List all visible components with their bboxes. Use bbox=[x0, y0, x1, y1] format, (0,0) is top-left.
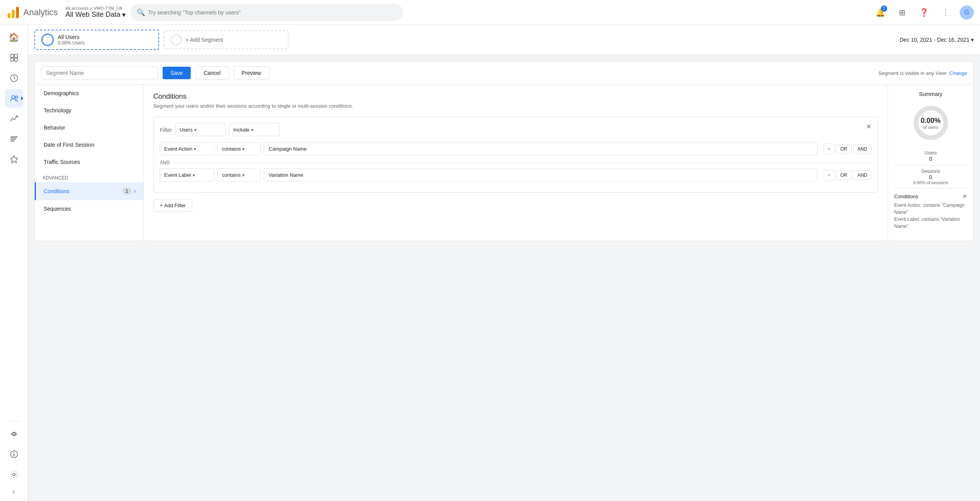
conditions-nav-badges: 1 › bbox=[122, 188, 136, 195]
sidebar-item-audience[interactable] bbox=[5, 89, 23, 108]
current-view-selector[interactable]: All Web Site Data ▾ bbox=[66, 11, 126, 19]
dimension-1-select[interactable]: Event Action ▾ bbox=[160, 142, 214, 155]
svg-rect-19 bbox=[14, 454, 14, 457]
donut-pct-label: of users bbox=[921, 125, 941, 130]
dashboard-icon bbox=[10, 53, 18, 62]
filter-row-1-or-button[interactable]: OR bbox=[836, 144, 852, 154]
change-visibility-link[interactable]: Change bbox=[949, 70, 967, 76]
save-button[interactable]: Save bbox=[163, 67, 191, 79]
visibility-description: Segment is visible in any View bbox=[878, 70, 946, 76]
sessions-stat-label: Sessions bbox=[894, 169, 967, 174]
summary-title: Summary bbox=[894, 91, 967, 97]
left-nav-item-behavior[interactable]: Behavior bbox=[35, 119, 144, 136]
segment-pill-text: All Users 0.00% Users bbox=[58, 34, 85, 46]
left-nav-item-demographics[interactable]: Demographics bbox=[35, 85, 144, 102]
sidebar-item-segments[interactable] bbox=[5, 425, 23, 443]
notifications-button[interactable]: 🔔 3 bbox=[872, 5, 888, 20]
remove-filter-row-2-button[interactable]: − bbox=[824, 170, 835, 181]
more-options-button[interactable]: ⋮ bbox=[938, 5, 953, 20]
filter-mode-chevron-icon: ▾ bbox=[251, 127, 253, 133]
filter-mode-select[interactable]: Include ▾ bbox=[229, 123, 280, 136]
and-connector-label: AND bbox=[160, 160, 170, 165]
filter-row-2-and-button[interactable]: AND bbox=[853, 171, 872, 180]
dimension-2-chevron-icon: ▾ bbox=[193, 172, 195, 178]
conditions-panel: Conditions Segment your users and/or the… bbox=[144, 85, 888, 241]
add-segment-button[interactable]: + Add Segment bbox=[164, 30, 289, 49]
svg-marker-15 bbox=[11, 156, 18, 163]
nav-icons: 🔔 3 ⊞ ❓ ⋮ G bbox=[872, 5, 974, 20]
and-divider: AND bbox=[160, 160, 872, 165]
dimension-2-select[interactable]: Event Label ▾ bbox=[160, 169, 214, 181]
remove-filter-row-1-button[interactable]: − bbox=[824, 144, 835, 155]
svg-rect-2 bbox=[16, 7, 19, 18]
dimension-1-value: Event Action bbox=[164, 146, 192, 152]
ga-logo-icon bbox=[6, 5, 20, 20]
sidebar-item-settings[interactable] bbox=[5, 465, 23, 484]
sidebar-item-behavior[interactable] bbox=[5, 130, 23, 148]
brand-logo-area[interactable]: Analytics bbox=[6, 5, 58, 20]
segment-bar: All Users 0.00% Users + Add Segment Dec … bbox=[28, 25, 980, 55]
date-range-selector[interactable]: Dec 10, 2021 - Dec 16, 2021 ▾ bbox=[900, 37, 974, 43]
breadcrumb-parent: All accounts > VWO-TTM_UA bbox=[66, 6, 126, 11]
left-nav-item-technology[interactable]: Technology bbox=[35, 102, 144, 119]
collapse-sidebar-button[interactable]: ‹ bbox=[5, 485, 23, 498]
svg-rect-12 bbox=[11, 137, 18, 138]
conversions-icon bbox=[10, 155, 18, 163]
close-filter-button[interactable]: ✕ bbox=[864, 122, 873, 131]
help-button[interactable]: ❓ bbox=[916, 5, 932, 20]
filter-type-select[interactable]: Users ▾ bbox=[175, 123, 226, 136]
summary-conditions-close-button[interactable]: ✕ bbox=[962, 193, 967, 199]
left-nav-item-conditions[interactable]: Conditions 1 › bbox=[35, 182, 144, 200]
dimension-1-chevron-icon: ▾ bbox=[194, 146, 196, 152]
segment-name-label: All Users bbox=[58, 34, 85, 40]
date-range-arrow-icon: ▾ bbox=[971, 37, 974, 43]
segment-pct-label: 0.00% Users bbox=[58, 40, 85, 46]
svg-rect-5 bbox=[11, 58, 14, 61]
visibility-text: Segment is visible in any View Change bbox=[878, 70, 967, 76]
filter-row-1-and-button[interactable]: AND bbox=[853, 144, 872, 154]
search-input[interactable] bbox=[148, 9, 397, 16]
search-bar[interactable]: 🔍 bbox=[130, 4, 403, 21]
svg-rect-0 bbox=[8, 13, 11, 18]
add-filter-button[interactable]: + Add Filter bbox=[153, 199, 192, 212]
breadcrumb: All accounts > VWO-TTM_UA All Web Site D… bbox=[66, 6, 126, 19]
operator-2-chevron-icon: ▾ bbox=[242, 172, 245, 178]
left-nav-item-sequences[interactable]: Sequences bbox=[35, 200, 144, 217]
filter-value-1-input[interactable] bbox=[264, 142, 817, 155]
avatar[interactable]: G bbox=[960, 5, 974, 20]
filter-row-2: Event Label ▾ contains ▾ − bbox=[160, 169, 872, 181]
summary-conditions-label: Conditions bbox=[894, 194, 918, 199]
conditions-arrow-icon: › bbox=[134, 188, 136, 195]
segment-name-input[interactable] bbox=[41, 66, 158, 80]
sidebar-item-acquisition[interactable] bbox=[5, 109, 23, 128]
content-area: All Users 0.00% Users + Add Segment Dec … bbox=[28, 25, 980, 501]
left-nav-item-date-of-first-session[interactable]: Date of First Session bbox=[35, 136, 144, 153]
preview-button[interactable]: Preview bbox=[234, 66, 269, 80]
operator-2-select[interactable]: contains ▾ bbox=[218, 169, 261, 181]
operator-1-value: contains bbox=[222, 146, 241, 152]
sidebar-item-conversions[interactable] bbox=[5, 150, 23, 169]
users-stat-value: 0 bbox=[894, 156, 967, 162]
acquisition-icon bbox=[10, 114, 18, 123]
sidebar-item-dashboard[interactable] bbox=[5, 48, 23, 67]
filter-row-2-or-button[interactable]: OR bbox=[836, 171, 852, 180]
search-icon: 🔍 bbox=[136, 8, 145, 17]
sidebar-item-reports[interactable] bbox=[5, 69, 23, 87]
operator-1-select[interactable]: contains ▾ bbox=[218, 142, 261, 155]
sessions-stat-value: 0 bbox=[894, 174, 967, 180]
sidebar-item-discover[interactable] bbox=[5, 445, 23, 464]
current-view-label: All Web Site Data bbox=[66, 11, 121, 19]
apps-button[interactable]: ⊞ bbox=[894, 5, 910, 20]
cancel-button[interactable]: Cancel bbox=[195, 66, 229, 80]
summary-users-stat: Users 0 bbox=[894, 147, 967, 165]
sidebar-item-home[interactable]: 🏠 bbox=[5, 28, 23, 47]
main-layout: 🏠 bbox=[0, 25, 980, 501]
all-users-segment[interactable]: All Users 0.00% Users bbox=[34, 30, 159, 50]
svg-point-20 bbox=[13, 473, 15, 476]
left-nav-item-traffic-sources[interactable]: Traffic Sources bbox=[35, 153, 144, 171]
left-nav: Demographics Technology Behavior Date of… bbox=[35, 85, 144, 241]
donut-chart: 0.00% of users bbox=[911, 103, 950, 142]
segment-circle-icon bbox=[41, 34, 54, 46]
filter-value-2-input[interactable] bbox=[264, 169, 817, 181]
conditions-nav-label: Conditions bbox=[44, 188, 69, 194]
